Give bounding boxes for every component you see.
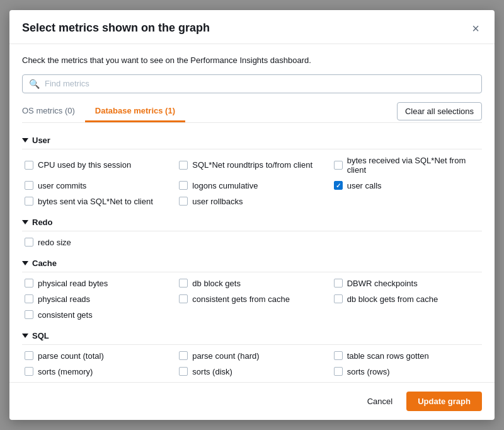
list-item: logons cumulative xyxy=(179,180,327,192)
metric-checkbox[interactable] xyxy=(25,279,33,288)
list-item: sorts (memory) xyxy=(25,366,173,378)
section-user: User CPU used by this session SQL*Net ro… xyxy=(22,131,482,207)
modal-header: Select metrics shown on the graph × xyxy=(9,10,495,44)
list-item: sorts (disk) xyxy=(179,366,327,378)
metric-label: sorts (disk) xyxy=(192,367,232,376)
metric-label: user calls xyxy=(347,181,382,190)
section-redo-header: Redo xyxy=(22,212,482,231)
list-item: SQL*Net roundtrips to/from client xyxy=(179,154,327,176)
metric-checkbox[interactable] xyxy=(179,351,188,360)
list-item: bytes received via SQL*Net from client xyxy=(334,154,482,176)
metric-label: parse count (hard) xyxy=(192,351,259,361)
list-item: table scan rows gotten xyxy=(334,350,482,362)
modal-title: Select metrics shown on the graph xyxy=(22,21,210,35)
metric-checkbox[interactable] xyxy=(179,197,188,206)
close-button[interactable]: × xyxy=(469,22,482,35)
metric-checkbox[interactable] xyxy=(25,294,33,303)
metric-label: SQL*Net roundtrips to/from client xyxy=(192,160,312,170)
metric-label: physical reads xyxy=(38,294,90,304)
metrics-content: User CPU used by this session SQL*Net ro… xyxy=(22,131,482,383)
metric-checkbox[interactable] xyxy=(179,279,188,288)
metric-checkbox[interactable] xyxy=(179,294,188,303)
list-item: physical read bytes xyxy=(25,277,173,289)
modal-body: Check the metrics that you want to see o… xyxy=(9,44,495,382)
metric-label: parse count (total) xyxy=(38,351,104,361)
section-sql: SQL parse count (total) parse count (har… xyxy=(22,326,482,378)
modal-footer: Cancel Update graph xyxy=(9,382,495,420)
tabs-container: OS metrics (0) Database metrics (1) xyxy=(22,101,185,122)
user-metrics-grid: CPU used by this session SQL*Net roundtr… xyxy=(22,154,482,207)
metric-checkbox[interactable] xyxy=(25,310,33,319)
metric-checkbox[interactable] xyxy=(179,367,188,376)
list-item: consistent gets xyxy=(25,309,173,321)
metric-label: consistent gets from cache xyxy=(192,294,290,304)
sql-metrics-grid: parse count (total) parse count (hard) t… xyxy=(22,350,482,378)
cancel-button[interactable]: Cancel xyxy=(360,393,400,410)
metric-checkbox[interactable] xyxy=(25,351,33,360)
select-metrics-modal: Select metrics shown on the graph × Chec… xyxy=(9,10,495,420)
metric-label: consistent gets xyxy=(38,310,93,320)
metric-label: sorts (rows) xyxy=(347,367,390,376)
metric-checkbox[interactable] xyxy=(179,161,188,170)
collapse-cache-icon[interactable] xyxy=(22,261,28,265)
metric-label: CPU used by this session xyxy=(38,160,131,170)
list-item: bytes sent via SQL*Net to client xyxy=(25,195,173,207)
list-item: CPU used by this session xyxy=(25,154,173,176)
list-item: db block gets xyxy=(179,277,327,289)
cache-metrics-grid: physical read bytes db block gets DBWR c… xyxy=(22,277,482,321)
section-cache: Cache physical read bytes db block gets xyxy=(22,253,482,321)
list-item: physical reads xyxy=(25,293,173,305)
list-item: parse count (total) xyxy=(25,350,173,362)
collapse-sql-icon[interactable] xyxy=(22,334,28,338)
metric-label: DBWR checkpoints xyxy=(347,279,418,288)
metric-checkbox[interactable] xyxy=(179,181,188,190)
metric-checkbox[interactable] xyxy=(334,279,343,288)
metric-checkbox[interactable] xyxy=(25,238,33,247)
clear-all-button[interactable]: Clear all selections xyxy=(397,102,482,120)
metric-label: redo size xyxy=(38,238,71,247)
tab-database-metrics[interactable]: Database metrics (1) xyxy=(85,101,185,122)
list-item: sorts (rows) xyxy=(334,366,482,378)
list-item: DBWR checkpoints xyxy=(334,277,482,289)
section-sql-header: SQL xyxy=(22,326,482,345)
metric-label: db block gets xyxy=(192,279,241,288)
list-item: user calls xyxy=(334,180,482,192)
modal-description: Check the metrics that you want to see o… xyxy=(22,54,482,67)
metric-checkbox[interactable] xyxy=(334,161,343,170)
section-redo-label: Redo xyxy=(32,218,53,227)
search-icon: 🔍 xyxy=(29,79,40,89)
metric-label: db block gets from cache xyxy=(347,294,438,304)
section-cache-label: Cache xyxy=(32,259,57,268)
section-sql-label: SQL xyxy=(32,331,49,340)
tab-os-metrics[interactable]: OS metrics (0) xyxy=(22,101,85,122)
section-redo: Redo redo size xyxy=(22,212,482,248)
search-bar: 🔍 xyxy=(22,74,482,93)
metric-checkbox[interactable] xyxy=(334,294,343,303)
list-item: parse count (hard) xyxy=(179,350,327,362)
list-item: db block gets from cache xyxy=(334,293,482,305)
metric-checkbox[interactable] xyxy=(25,367,33,376)
metric-checkbox[interactable] xyxy=(25,161,33,170)
metric-checkbox[interactable] xyxy=(334,351,343,360)
metric-label: bytes sent via SQL*Net to client xyxy=(38,197,153,206)
metric-checkbox[interactable] xyxy=(25,181,33,190)
collapse-user-icon[interactable] xyxy=(22,138,28,142)
section-user-header: User xyxy=(22,131,482,149)
metric-label: sorts (memory) xyxy=(38,367,93,376)
list-item: user commits xyxy=(25,180,173,192)
update-graph-button[interactable]: Update graph xyxy=(406,392,482,411)
metric-checkbox[interactable] xyxy=(25,197,33,206)
search-input[interactable] xyxy=(45,79,475,88)
metric-checkbox[interactable] xyxy=(334,367,343,376)
list-item: user rollbacks xyxy=(179,195,327,207)
metric-label: user commits xyxy=(38,181,86,190)
metric-label: logons cumulative xyxy=(192,181,258,190)
collapse-redo-icon[interactable] xyxy=(22,220,28,224)
redo-metrics-grid: redo size xyxy=(22,236,482,248)
metric-label: bytes received via SQL*Net from client xyxy=(347,156,482,175)
metric-label: user rollbacks xyxy=(192,197,243,206)
tabs-row: OS metrics (0) Database metrics (1) Clea… xyxy=(22,101,482,123)
list-item: consistent gets from cache xyxy=(179,293,327,305)
metric-checkbox-checked[interactable] xyxy=(334,181,343,190)
metric-label: physical read bytes xyxy=(38,279,108,288)
